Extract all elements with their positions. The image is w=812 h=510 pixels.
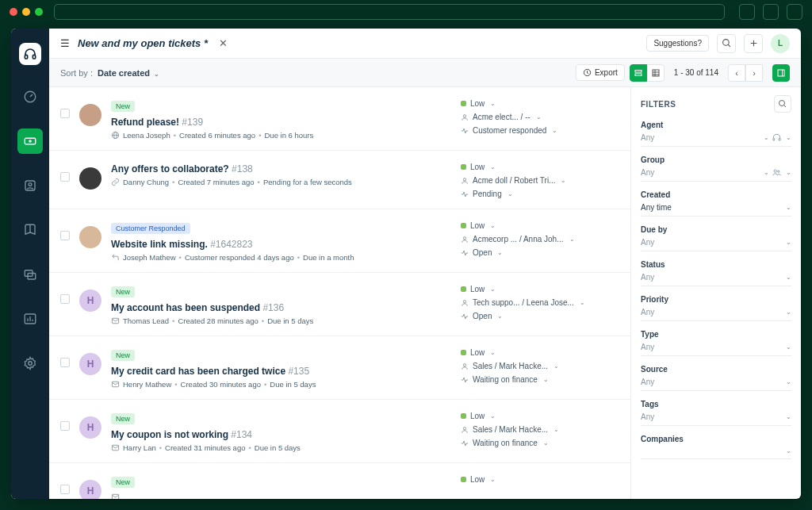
priority-dropdown[interactable]: Low⌄ <box>461 412 619 420</box>
priority-dropdown[interactable]: Low⌄ <box>461 221 619 230</box>
ticket-row[interactable]: H New My account has been suspended #136… <box>49 273 630 336</box>
ticket-checkbox[interactable] <box>60 294 70 304</box>
svg-point-41 <box>779 101 785 106</box>
filter-select[interactable]: Any ⌄ <box>641 411 791 426</box>
filter-select[interactable]: Any ⌄ <box>641 236 791 251</box>
filters-search-icon[interactable] <box>774 95 791 113</box>
ticket-checkbox[interactable] <box>60 109 70 118</box>
status-dropdown[interactable]: Customer responded⌄ <box>461 126 619 135</box>
ticket-row[interactable]: Customer Responded Website link missing.… <box>49 209 630 273</box>
svg-line-42 <box>784 105 787 108</box>
pager-prev-button[interactable]: ‹ <box>728 64 745 82</box>
filter-select[interactable]: Any time ⌄ <box>641 201 791 217</box>
window-close-icon[interactable] <box>10 8 17 16</box>
ticket-checkbox[interactable] <box>60 485 70 494</box>
status-dropdown[interactable]: Waiting on finance⌄ <box>461 439 619 447</box>
user-avatar[interactable]: L <box>771 34 790 53</box>
ticket-subject[interactable]: Website link missing. #1642823 <box>111 239 253 250</box>
sort-dropdown[interactable]: Date created ⌄ <box>98 68 159 78</box>
assignee-dropdown[interactable]: Sales / Mark Hacke...⌄ <box>461 425 619 434</box>
new-ticket-icon[interactable] <box>744 34 763 53</box>
sort-label: Sort by : <box>60 68 93 78</box>
requester-avatar <box>79 167 102 190</box>
ticket-checkbox[interactable] <box>60 358 70 367</box>
browser-tab-3[interactable] <box>787 4 802 20</box>
priority-dropdown[interactable]: Low⌄ <box>461 475 619 484</box>
nav-dashboard[interactable] <box>17 84 43 109</box>
filter-group: Status Any ⌄ <box>641 260 791 286</box>
ticket-row[interactable]: New Refund please! #139 Leena Joseph •Cr… <box>49 87 630 151</box>
filters-toggle-button[interactable] <box>772 64 790 82</box>
nav-settings[interactable] <box>17 351 43 376</box>
window-minimize-icon[interactable] <box>22 8 30 16</box>
assignee-dropdown[interactable]: Tech suppo... / Leena Jose...⌄ <box>461 298 619 307</box>
ticket-checkbox[interactable] <box>60 172 70 182</box>
filter-label: Group <box>641 155 791 164</box>
pager-next-button[interactable]: › <box>745 64 763 82</box>
svg-point-6 <box>29 183 32 186</box>
ticket-row[interactable]: H New My credit card has been charged tw… <box>49 336 630 400</box>
status-dropdown[interactable]: Waiting on finance⌄ <box>461 375 619 384</box>
filter-label: Status <box>641 260 791 269</box>
page-title: New and my open tickets * <box>78 37 208 49</box>
suggestions-button[interactable]: Suggestions? <box>646 35 709 52</box>
source-icon <box>111 131 120 140</box>
view-table-button[interactable] <box>647 64 665 82</box>
browser-tab-2[interactable] <box>763 4 779 20</box>
priority-dropdown[interactable]: Low⌄ <box>461 348 619 357</box>
search-icon[interactable] <box>717 34 736 53</box>
ticket-row[interactable]: H New My coupon is not working #134 Harr… <box>49 400 630 463</box>
nav-forums[interactable] <box>17 262 43 287</box>
url-bar[interactable] <box>54 4 725 20</box>
ticket-subject[interactable]: Any offers to collaborate? #138 <box>111 163 253 174</box>
nav-solutions[interactable] <box>17 217 43 243</box>
svg-point-4 <box>29 140 31 142</box>
source-icon <box>111 493 120 499</box>
ticket-subject[interactable]: My coupon is not working #134 <box>111 429 252 440</box>
ticket-checkbox[interactable] <box>60 421 70 431</box>
nav-contacts[interactable] <box>17 173 43 198</box>
filter-select[interactable]: Any ⌄ <box>641 271 791 286</box>
nav-tickets[interactable] <box>17 128 43 154</box>
ticket-subject[interactable]: Refund please! #139 <box>111 117 203 128</box>
filter-label: Type <box>641 330 791 339</box>
menu-icon[interactable]: ☰ <box>60 37 70 49</box>
export-button[interactable]: Export <box>576 64 625 81</box>
filter-group: Type Any ⌄ <box>641 330 791 356</box>
ticket-checkbox[interactable] <box>60 231 70 240</box>
ticket-subject[interactable]: My account has been suspended #136 <box>111 302 284 313</box>
svg-point-31 <box>463 114 465 117</box>
filter-select[interactable]: Any ⌄ <box>641 306 791 321</box>
priority-dropdown[interactable]: Low⌄ <box>461 163 619 171</box>
svg-rect-40 <box>112 494 118 499</box>
filter-select[interactable]: Any ⌄ <box>641 341 791 356</box>
assignee-dropdown[interactable]: Acme elect... / --⌄ <box>461 113 619 121</box>
filter-select[interactable]: Any ⌄ ⌄ <box>641 167 791 182</box>
ticket-meta: Leena Joseph •Created 6 minutes ago •Due… <box>111 131 451 140</box>
ticket-badge: New <box>111 286 135 297</box>
window-maximize-icon[interactable] <box>35 8 43 16</box>
status-dropdown[interactable]: Open⌄ <box>461 248 619 257</box>
app-logo[interactable] <box>19 43 41 65</box>
pager-label: 1 - 30 of 114 <box>674 68 718 77</box>
ticket-row[interactable]: H New Low⌄ <box>49 463 630 499</box>
filter-label: Companies <box>641 435 791 443</box>
status-dropdown[interactable]: Pending⌄ <box>461 190 619 198</box>
filter-select[interactable]: ⌄ <box>641 446 791 459</box>
close-tab-icon[interactable]: ✕ <box>219 37 228 49</box>
ticket-subject[interactable]: My credit card has been charged twice #1… <box>111 366 309 377</box>
view-card-button[interactable] <box>630 64 647 82</box>
priority-dropdown[interactable]: Low⌄ <box>461 99 619 108</box>
status-dropdown[interactable]: Open⌄ <box>461 312 619 320</box>
ticket-badge: New <box>111 350 135 361</box>
filter-select[interactable]: Any ⌄ ⌄ <box>641 132 791 147</box>
filter-select[interactable]: Any ⌄ <box>641 376 791 391</box>
assignee-dropdown[interactable]: Acme doll / Robert Tri...⌄ <box>461 176 619 185</box>
browser-tab-1[interactable] <box>739 4 755 20</box>
ticket-row[interactable]: Any offers to collaborate? #138 Danny Ch… <box>49 151 630 209</box>
assignee-dropdown[interactable]: Sales / Mark Hacke...⌄ <box>461 362 619 370</box>
list-toolbar: Sort by : Date created ⌄ Export 1 - 30 o… <box>49 59 801 87</box>
assignee-dropdown[interactable]: Acmecorp ... / Anna Joh...⌄ <box>461 235 619 243</box>
priority-dropdown[interactable]: Low⌄ <box>461 285 619 293</box>
nav-analytics[interactable] <box>17 306 43 332</box>
